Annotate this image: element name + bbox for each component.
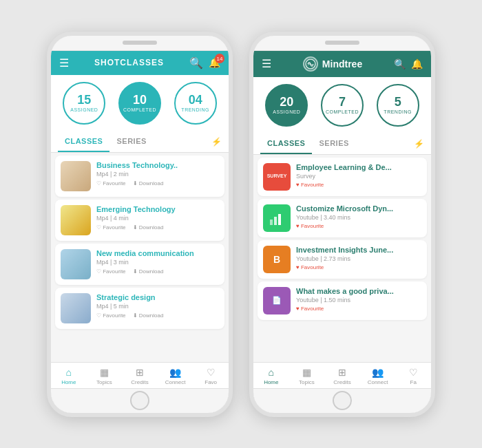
phone-shotclasses: ☰ SHOTCLASSES 🔍 🔔 14 15 ASSIGNED 10 [47,32,233,417]
tab-series[interactable]: SERIES [109,131,153,152]
topics-icon-mind: ▦ [302,367,311,378]
class-info-invest: Investment Insights June... Youtube | 2.… [296,246,421,273]
fav-customize[interactable]: ♥ Favourite [296,223,421,229]
tabs-row-mind: CLASSES SERIES ⚡ [253,134,431,155]
fav-privacy[interactable]: ♥ Favourite [296,306,421,312]
nav-connect-label: Connect [165,379,186,385]
topics-icon: ▦ [100,367,109,378]
class-info-newmedia: New media communication Mp4 | 3 min ♡ Fa… [96,249,219,279]
favourite-action[interactable]: ♡ Favourite [96,180,126,186]
completed-circle[interactable]: 10 COMPLETED [118,82,161,125]
brand-logo [303,56,318,72]
bottom-nav-mind: ⌂ Home ▦ Topics ⊞ Credits 👥 Connect ♡ [253,362,431,388]
trending-circle[interactable]: 04 TRENDING [174,82,217,125]
brand-area: Mindtree [303,56,362,72]
trending-label-mind: TRENDING [384,109,412,114]
tab-series-mind[interactable]: SERIES [312,134,355,154]
assigned-label-mind: ASSIGNED [273,109,300,114]
credits-icon-mind: ⊞ [338,367,346,378]
class-item-customize[interactable]: Customize Microsoft Dyn... Youtube | 3.4… [258,199,427,237]
svg-rect-3 [278,214,281,225]
class-item-strategic[interactable]: Strategic design Mp4 | 5 min ♡ Favourite… [55,288,224,329]
nav-favo[interactable]: ♡ Favo [193,363,229,388]
app-title: SHOTCLASSES [94,58,164,67]
search-icon[interactable]: 🔍 [189,56,203,70]
completed-label: COMPLETED [123,107,156,112]
favo-icon: ♡ [207,367,216,378]
filter-icon[interactable]: ⚡ [211,137,222,147]
home-button-mind[interactable] [333,391,352,410]
class-item-emerging[interactable]: Emerging Technology Mp4 | 4 min ♡ Favour… [55,200,224,241]
phone2-top-bar [253,36,431,51]
assigned-circle[interactable]: 15 ASSIGNED [63,82,105,125]
favourite-action-s[interactable]: ♡ Favourite [96,312,126,319]
fav-employee[interactable]: ♥ Favourite [296,182,421,188]
phone-mindtree: ☰ Mindtree 🔍 🔔 [249,32,435,417]
class-item-privacy[interactable]: 📄 What makes a good priva... Youtube | 1… [258,281,427,320]
download-action-n[interactable]: ⬇ Download [133,268,164,275]
class-meta-customize: Youtube | 3.40 mins [296,214,421,221]
header-icons-mind: 🔍 🔔 [394,58,423,70]
search-icon-mind[interactable]: 🔍 [394,58,406,70]
class-info-employee: Employee Learning & De... Survey ♥ Favou… [296,163,421,191]
class-item-employee[interactable]: SURVEY Employee Learning & De... Survey … [258,158,427,196]
nav-connect-mind[interactable]: 👥 Connect [360,363,396,388]
class-meta-privacy: Youtube | 1.50 mins [296,297,421,303]
nav-connect[interactable]: 👥 Connect [158,363,193,388]
class-thumb-newmedia [61,249,91,279]
download-action-s[interactable]: ⬇ Download [133,312,164,319]
class-thumb-customize [263,204,291,232]
class-thumb-invest: B [263,246,291,273]
filter-icon-mind[interactable]: ⚡ [414,139,424,149]
class-actions-strategic: ♡ Favourite ⬇ Download [96,312,219,319]
class-title-privacy: What makes a good priva... [296,287,421,295]
notification-icon-mind[interactable]: 🔔 [411,58,423,70]
completed-count-mind: 7 [339,96,346,108]
trending-circle-mind[interactable]: 5 TRENDING [377,84,419,127]
nav-credits[interactable]: ⊞ Credits [122,363,158,388]
menu-icon-mind[interactable]: ☰ [262,57,271,70]
tab-classes[interactable]: CLASSES [58,131,109,152]
header-icons: 🔍 🔔 14 [189,56,220,70]
assigned-circle-mind[interactable]: 20 ASSIGNED [265,84,308,127]
completed-circle-mind[interactable]: 7 COMPLETED [321,84,364,127]
class-title-invest: Investment Insights June... [296,246,421,254]
phone-bottom-bar [51,388,229,413]
download-action[interactable]: ⬇ Download [133,180,164,186]
favourite-action-n[interactable]: ♡ Favourite [96,268,126,275]
nav-home-mind[interactable]: ⌂ Home [253,363,289,388]
svg-rect-1 [270,220,273,225]
class-title-business: Business Technology.. [96,161,219,169]
phone1-content: ☰ SHOTCLASSES 🔍 🔔 14 15 ASSIGNED 10 [51,51,229,388]
nav-credits-label-mind: Credits [333,379,350,385]
svg-rect-2 [274,217,277,225]
phone2-bottom-bar [253,388,431,413]
class-info-privacy: What makes a good priva... Youtube | 1.5… [296,287,421,314]
nav-topics-mind[interactable]: ▦ Topics [289,363,325,388]
nav-fa-label-mind: Fa [410,379,417,385]
class-meta-strategic: Mp4 | 5 min [96,303,219,310]
class-item-invest[interactable]: B Investment Insights June... Youtube | … [258,240,427,279]
menu-icon[interactable]: ☰ [59,56,69,70]
nav-home[interactable]: ⌂ Home [51,363,87,388]
notification-icon[interactable]: 🔔 14 [209,57,220,68]
class-meta-invest: Youtube | 2.73 mins [296,255,421,262]
class-info-emerging: Emerging Technology Mp4 | 4 min ♡ Favour… [96,205,219,235]
class-item-business[interactable]: Business Technology.. Mp4 | 2 min ♡ Favo… [55,156,224,197]
home-button[interactable] [130,391,149,410]
assigned-count-mind: 20 [280,96,293,108]
nav-topics[interactable]: ▦ Topics [87,363,123,388]
speaker [123,41,157,45]
class-list: Business Technology.. Mp4 | 2 min ♡ Favo… [51,153,229,362]
favourite-action-e[interactable]: ♡ Favourite [96,224,126,231]
download-action-e[interactable]: ⬇ Download [133,224,164,231]
class-item-newmedia[interactable]: New media communication Mp4 | 3 min ♡ Fa… [55,244,224,285]
class-info-business: Business Technology.. Mp4 | 2 min ♡ Favo… [96,161,219,191]
mindtree-header: ☰ Mindtree 🔍 🔔 [253,51,431,77]
stats-row: 15 ASSIGNED 10 COMPLETED 04 TRENDING [51,75,229,131]
fav-invest[interactable]: ♥ Favourite [296,264,421,270]
class-thumb-privacy: 📄 [263,287,291,314]
tab-classes-mind[interactable]: CLASSES [260,134,312,154]
nav-credits-mind[interactable]: ⊞ Credits [324,363,360,388]
nav-fa-mind[interactable]: ♡ Fa [395,363,431,388]
